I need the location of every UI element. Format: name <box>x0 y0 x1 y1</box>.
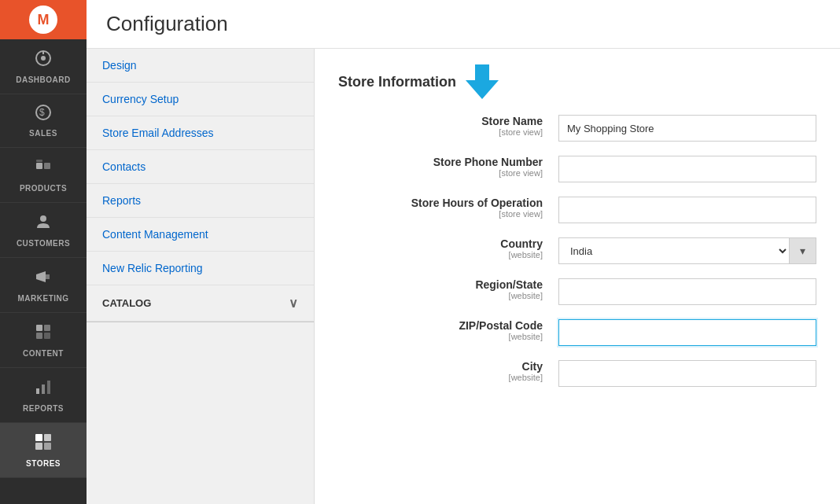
sidebar-item-marketing[interactable]: MARKETING <box>0 258 87 313</box>
zip-sublabel: [website] <box>338 332 543 341</box>
store-hours-sublabel: [store view] <box>338 209 543 219</box>
dashboard-icon <box>34 49 53 72</box>
sidebar-item-customers[interactable]: CUSTOMERS <box>0 203 87 258</box>
svg-rect-20 <box>44 443 51 450</box>
svg-rect-10 <box>36 325 42 331</box>
store-hours-label: Store Hours of Operation <box>338 197 543 209</box>
catalog-label: CATALOG <box>102 297 151 309</box>
city-label: City <box>338 360 543 373</box>
sidebar-item-content[interactable]: CONTENT <box>0 313 87 368</box>
dashboard-label: DASHBOARD <box>16 75 71 84</box>
config-sidebar: Design Currency Setup Store Email Addres… <box>87 49 315 504</box>
store-phone-input[interactable] <box>558 156 816 182</box>
svg-rect-14 <box>36 388 39 394</box>
marketing-icon <box>34 267 53 291</box>
content-label: CONTENT <box>23 349 64 358</box>
sidebar-item-email[interactable]: Store Email Addresses <box>87 116 314 150</box>
zip-label: ZIP/Postal Code <box>338 319 543 332</box>
country-label: Country <box>338 237 543 250</box>
stores-icon <box>34 432 53 456</box>
field-store-name: Store Name [store view] <box>338 115 816 142</box>
svg-rect-15 <box>42 384 45 394</box>
section-title-text: Store Information <box>338 74 456 90</box>
sales-icon: $ <box>35 104 52 126</box>
svg-rect-13 <box>44 333 50 339</box>
svg-rect-18 <box>44 434 51 441</box>
country-sublabel: [website] <box>338 250 543 259</box>
page-title: Configuration <box>106 12 820 36</box>
reports-label: REPORTS <box>23 404 64 413</box>
field-region: Region/State [website] <box>338 278 816 305</box>
field-city: City [website] <box>338 360 816 387</box>
svg-rect-21 <box>475 64 489 80</box>
products-label: PRODUCTS <box>20 184 67 193</box>
svg-rect-5 <box>36 163 42 169</box>
sidebar-item-new-relic[interactable]: New Relic Reporting <box>87 252 314 285</box>
store-name-input[interactable] <box>558 115 816 142</box>
field-store-hours: Store Hours of Operation [store view] <box>338 197 816 223</box>
svg-rect-6 <box>44 163 50 169</box>
city-sublabel: [website] <box>338 373 543 382</box>
down-arrow-icon <box>466 64 497 99</box>
svg-rect-11 <box>44 325 50 331</box>
main-area: Configuration Design Currency Setup Stor… <box>87 0 840 504</box>
left-nav: M DASHBOARD $ SALES PRODUCTS CUSTOMERS M… <box>0 0 87 504</box>
reports-icon <box>34 377 53 401</box>
store-name-label: Store Name <box>338 115 543 127</box>
marketing-label: MARKETING <box>17 294 68 303</box>
field-zip: ZIP/Postal Code [website] <box>338 319 816 346</box>
form-area: Store Information Store Name [store view… <box>315 49 840 504</box>
svg-rect-16 <box>47 381 50 394</box>
country-select[interactable]: India United States United Kingdom <box>558 237 790 264</box>
svg-marker-22 <box>466 80 499 99</box>
customers-label: CUSTOMERS <box>17 239 70 248</box>
store-phone-sublabel: [store view] <box>338 168 543 178</box>
content-icon <box>34 322 53 346</box>
svg-rect-19 <box>35 443 42 450</box>
city-input[interactable] <box>558 360 816 387</box>
svg-point-8 <box>40 215 46 222</box>
svg-rect-17 <box>35 434 42 441</box>
field-country: Country [website] India United States Un… <box>338 237 816 264</box>
svg-rect-9 <box>46 274 50 279</box>
svg-rect-12 <box>36 333 42 339</box>
catalog-section-header[interactable]: CATALOG ∨ <box>87 285 314 322</box>
customers-icon <box>34 212 53 236</box>
sidebar-item-content-mgmt[interactable]: Content Management <box>87 218 314 252</box>
sidebar-item-products[interactable]: PRODUCTS <box>0 148 87 203</box>
svg-rect-7 <box>36 160 42 162</box>
store-hours-input[interactable] <box>558 197 816 223</box>
region-label: Region/State <box>338 278 543 291</box>
zip-input[interactable] <box>558 319 816 346</box>
sidebar-item-reports[interactable]: REPORTS <box>0 368 87 423</box>
products-icon <box>34 157 53 181</box>
sidebar-item-reports[interactable]: Reports <box>87 184 314 218</box>
sidebar-item-contacts[interactable]: Contacts <box>87 150 314 184</box>
region-input[interactable] <box>558 278 816 305</box>
store-info-heading: Store Information <box>338 64 816 99</box>
store-name-sublabel: [store view] <box>338 127 543 137</box>
sidebar-item-currency[interactable]: Currency Setup <box>87 83 314 116</box>
page-header: Configuration <box>87 0 840 49</box>
country-select-btn[interactable]: ▾ <box>790 237 816 264</box>
store-phone-label: Store Phone Number <box>338 156 543 168</box>
logo-icon: M <box>29 6 57 34</box>
sidebar-item-design[interactable]: Design <box>87 49 314 83</box>
nav-logo: M <box>0 0 87 39</box>
chevron-down-icon: ∨ <box>289 296 298 311</box>
field-store-phone: Store Phone Number [store view] <box>338 156 816 182</box>
svg-text:$: $ <box>39 107 45 118</box>
sales-label: SALES <box>29 129 57 138</box>
region-sublabel: [website] <box>338 291 543 300</box>
sidebar-item-dashboard[interactable]: DASHBOARD <box>0 39 87 94</box>
sidebar-item-sales[interactable]: $ SALES <box>0 94 87 148</box>
catalog-section: CATALOG ∨ <box>87 285 314 322</box>
stores-label: STORES <box>26 459 61 468</box>
svg-point-1 <box>41 56 46 61</box>
sidebar-item-stores[interactable]: STORES <box>0 423 87 478</box>
content-layout: Design Currency Setup Store Email Addres… <box>87 49 840 504</box>
